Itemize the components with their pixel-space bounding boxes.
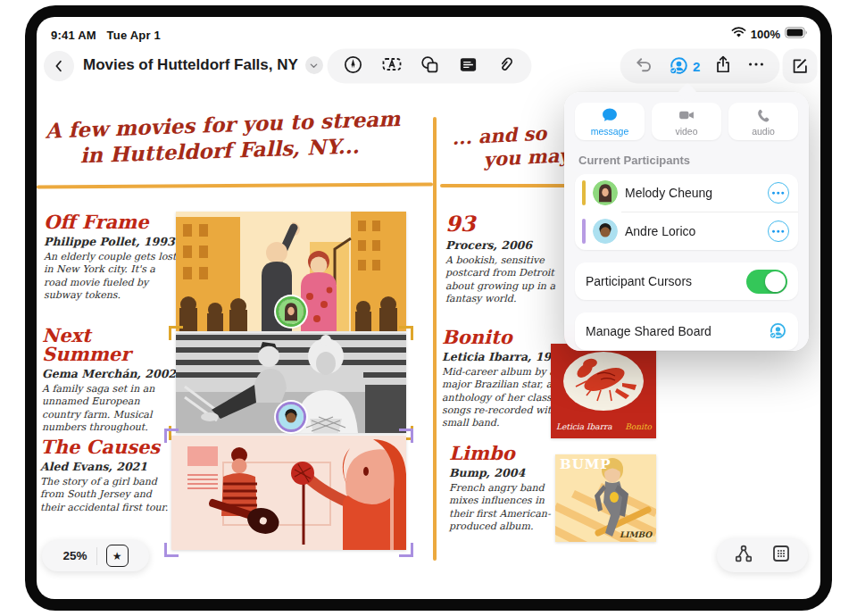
participant-cursor-andre bbox=[279, 404, 304, 429]
message-button[interactable]: message bbox=[575, 103, 645, 140]
share-button[interactable] bbox=[713, 54, 733, 78]
page-title: Movies of Hutteldorf Falls, NY bbox=[83, 56, 298, 74]
participant-options-button[interactable]: ●●● bbox=[768, 221, 789, 242]
album-title: 93 bbox=[445, 213, 570, 235]
board-title[interactable]: Movies of Hutteldorf Falls, NY bbox=[83, 56, 323, 74]
participant-row-andre[interactable]: Andre Lorico ●●● bbox=[575, 212, 798, 250]
manage-collaboration-icon bbox=[768, 321, 787, 341]
status-time: 9:41 AM bbox=[51, 29, 96, 42]
divider-line-left bbox=[37, 182, 433, 188]
toolbar: Movies of Hutteldorf Falls, NY 2 bbox=[37, 49, 820, 88]
participants-header: Current Participants bbox=[578, 154, 798, 167]
album-cover-title-text: Bonito bbox=[625, 422, 652, 431]
pill-divider bbox=[96, 547, 97, 565]
attachment-button[interactable] bbox=[495, 54, 516, 79]
album-cover-bottom-text: LIMBO bbox=[620, 530, 652, 539]
draw-tool-button[interactable] bbox=[343, 54, 363, 79]
zoom-level[interactable]: 25% bbox=[62, 549, 87, 562]
manage-shared-board-label: Manage Shared Board bbox=[586, 324, 768, 338]
movie-title: The Causes bbox=[40, 437, 176, 456]
participant-color-bar bbox=[582, 219, 586, 244]
movie-entry-next-summer[interactable]: Next Summer Gema Merchán, 2002 A family … bbox=[42, 326, 178, 434]
zoom-pill: 25% ★ bbox=[42, 540, 149, 571]
back-button[interactable] bbox=[44, 51, 74, 81]
video-button[interactable]: video bbox=[652, 103, 721, 140]
album-desc: French angry band mixes influences in th… bbox=[449, 482, 570, 533]
participant-cursor-melody bbox=[279, 299, 304, 324]
album-byline: Bump, 2004 bbox=[449, 466, 570, 479]
phone-icon bbox=[755, 107, 772, 124]
participant-name: Melody Cheung bbox=[625, 186, 761, 200]
wifi-icon bbox=[731, 27, 746, 41]
movie-still-off-frame[interactable] bbox=[176, 212, 406, 331]
undo-button[interactable] bbox=[634, 54, 654, 79]
title-menu-button[interactable] bbox=[305, 56, 323, 74]
video-camera-icon bbox=[677, 106, 696, 124]
movie-title: Off Frame bbox=[44, 212, 178, 231]
album-cover-limbo[interactable]: BUMP LIMBO bbox=[555, 454, 656, 542]
video-label: video bbox=[675, 126, 697, 137]
movie-desc: An elderly couple gets lost in New York … bbox=[44, 251, 178, 302]
movie-byline: Gema Merchán, 2002 bbox=[42, 367, 178, 380]
selection-corner bbox=[399, 543, 413, 557]
album-entry-bonito[interactable]: Bonito Leticia Ibarra, 1986 Mid-career a… bbox=[442, 328, 569, 429]
freeform-app: 9:41 AM Tue Apr 1 100% Movies of Hutteld… bbox=[37, 17, 820, 599]
avatar-melody bbox=[593, 180, 618, 205]
chevron-down-icon bbox=[309, 61, 319, 71]
audio-button[interactable]: audio bbox=[728, 103, 798, 140]
album-cover-top-text: BUMP bbox=[560, 456, 612, 472]
grid-view-button[interactable] bbox=[770, 543, 792, 568]
album-desc: Mid-career album by a major Brazilian st… bbox=[442, 366, 569, 429]
participant-cursors-toggle[interactable] bbox=[746, 270, 787, 294]
selection-corner bbox=[399, 429, 413, 443]
participants-list: Melody Cheung ●●● Andre Lorico ●●● bbox=[575, 174, 798, 250]
ipad-frame: 9:41 AM Tue Apr 1 100% Movies of Hutteld… bbox=[25, 5, 832, 611]
movie-still-next-summer[interactable] bbox=[176, 333, 406, 433]
text-tool-button[interactable] bbox=[381, 54, 403, 79]
movie-entry-off-frame[interactable]: Off Frame Philippe Pollet, 1993 An elder… bbox=[44, 212, 178, 302]
album-cover-bonito[interactable]: Leticia Ibarra Bonito bbox=[551, 344, 656, 438]
collaborate-icon bbox=[668, 55, 689, 77]
movie-entry-the-causes[interactable]: The Causes Aled Evans, 2021 The story of… bbox=[40, 437, 176, 514]
participant-row-melody[interactable]: Melody Cheung ●●● bbox=[575, 174, 798, 212]
battery-percent: 100% bbox=[751, 28, 780, 41]
participant-name: Andre Lorico bbox=[625, 224, 761, 238]
participant-cursors-label: Participant Cursors bbox=[586, 274, 746, 288]
movie-still-the-causes[interactable] bbox=[171, 436, 406, 550]
selection-corner bbox=[164, 429, 179, 443]
participant-options-button[interactable]: ●●● bbox=[768, 182, 789, 204]
participant-cursors-row: Participant Cursors bbox=[575, 262, 798, 300]
connector-tool-button[interactable] bbox=[733, 543, 754, 568]
headline-left[interactable]: A few movies for you to stream in Huttel… bbox=[45, 104, 439, 170]
message-label: message bbox=[591, 126, 629, 137]
movie-desc: The story of a girl band from South Jers… bbox=[40, 476, 176, 514]
popover-actions: message video audio bbox=[575, 103, 798, 140]
movie-byline: Aled Evans, 2021 bbox=[40, 460, 176, 473]
album-entry-limbo[interactable]: Limbo Bump, 2004 French angry band mixes… bbox=[449, 444, 570, 533]
album-title: Limbo bbox=[449, 444, 570, 462]
sticky-note-tool-button[interactable] bbox=[458, 54, 478, 79]
collaboration-popover: message video audio Current Participants… bbox=[564, 92, 809, 351]
album-byline: Procers, 2006 bbox=[445, 238, 570, 252]
participant-color-bar bbox=[582, 180, 586, 205]
favorite-button[interactable]: ★ bbox=[106, 545, 129, 567]
selection-corner bbox=[164, 543, 179, 557]
manage-shared-board-button[interactable]: Manage Shared Board bbox=[575, 312, 798, 350]
album-entry-93[interactable]: 93 Procers, 2006 A bookish, sensitive po… bbox=[445, 213, 570, 305]
collaborators-count: 2 bbox=[693, 59, 700, 74]
movie-byline: Philippe Pollet, 1993 bbox=[44, 235, 178, 248]
star-icon: ★ bbox=[112, 550, 122, 562]
selection-corner bbox=[169, 326, 183, 340]
movie-title: Next Summer bbox=[42, 326, 178, 363]
collaboration-button[interactable]: 2 bbox=[668, 55, 700, 77]
avatar-andre bbox=[593, 219, 618, 244]
new-board-button[interactable] bbox=[783, 49, 817, 83]
battery-icon bbox=[785, 27, 808, 41]
status-date: Tue Apr 1 bbox=[107, 29, 161, 42]
album-byline: Leticia Ibarra, 1986 bbox=[442, 350, 569, 363]
selection-corner bbox=[399, 326, 413, 340]
more-button[interactable] bbox=[746, 54, 766, 78]
screenshot: 9:41 AM Tue Apr 1 100% Movies of Hutteld… bbox=[0, 0, 857, 616]
shapes-tool-button[interactable] bbox=[420, 54, 440, 79]
album-desc: A bookish, sensitive postcard from Detro… bbox=[445, 254, 570, 305]
